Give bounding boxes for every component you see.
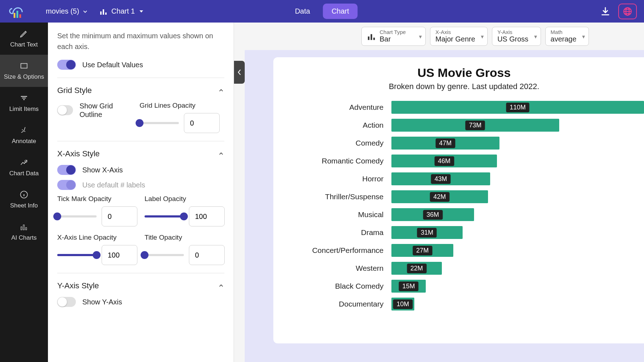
toggle-show-y-axis[interactable]	[57, 297, 76, 307]
bar-row: Concert/Performance 27M	[284, 241, 644, 259]
toggle-use-default-labels[interactable]	[57, 180, 76, 190]
caret-down-icon: ▾	[534, 33, 537, 40]
bar-track: 42M	[391, 190, 644, 203]
bar-row: Horror 43M	[284, 170, 644, 188]
top-bar: movies (5) Chart 1 Data Chart	[0, 0, 644, 23]
chart-config-row: Chart Type Bar ▾ X-Axis Major Genre ▾ Y-…	[361, 27, 589, 46]
cfg-y-axis[interactable]: Y-Axis US Gross ▾	[492, 27, 541, 46]
panel-collapse-handle[interactable]	[234, 61, 245, 84]
chart-card: US Movie Gross Broken down by genre. Las…	[273, 57, 644, 343]
bar-chart-icon	[99, 7, 108, 16]
nav-label: Sheet Info	[10, 202, 38, 209]
toggle-show-grid-outline[interactable]	[57, 105, 73, 115]
input-tick-mark-opacity[interactable]	[102, 206, 137, 226]
bar-category: Adventure	[284, 103, 391, 112]
bar-fill[interactable]: 31M	[391, 226, 463, 239]
input-title-opacity[interactable]	[189, 245, 225, 265]
row-use-default-labels: Use default # labels	[57, 180, 224, 190]
input-label-opacity[interactable]	[189, 206, 225, 226]
bar-fill[interactable]: 42M	[391, 190, 488, 203]
bar-fill[interactable]: 10M	[391, 298, 414, 310]
chevron-down-icon	[82, 8, 88, 15]
section-head-grid[interactable]: Grid Style	[57, 86, 224, 95]
input-x-line-opacity[interactable]	[102, 245, 137, 265]
sparkle-icon	[19, 126, 29, 135]
svg-rect-16	[373, 38, 375, 40]
bar-value-label: 36M	[423, 210, 443, 220]
tab-data[interactable]: Data	[286, 4, 318, 19]
sub-label: Label Opacity	[145, 195, 225, 203]
dataset-selector[interactable]: movies (5)	[46, 7, 88, 15]
tab-chart[interactable]: Chart	[323, 4, 358, 19]
slider-x-line-opacity[interactable]	[57, 254, 97, 256]
nav-size-options[interactable]: Size & Options	[0, 55, 48, 87]
bar-category: Thriller/Suspense	[284, 192, 391, 201]
bar-row: Western 22M	[284, 259, 644, 277]
toggle-use-default-values[interactable]	[57, 60, 76, 70]
toggle-label: Show X-Axis	[82, 166, 123, 174]
nav-chart-text[interactable]: Chart Text	[0, 23, 48, 55]
bar-fill[interactable]: 110M	[391, 101, 644, 114]
panel-description: Set the minimum and maximum values shown…	[57, 30, 224, 52]
toggle-show-x-axis[interactable]	[57, 165, 76, 175]
chevron-up-icon	[218, 87, 224, 94]
bar-track: 47M	[391, 137, 644, 150]
mode-tabs: Data Chart	[286, 4, 357, 19]
slider-title-opacity[interactable]	[145, 254, 184, 256]
nav-ai-charts[interactable]: AI Charts	[0, 216, 48, 248]
bar-fill[interactable]: 46M	[391, 155, 497, 167]
cfg-math[interactable]: Math average ▾	[545, 27, 589, 46]
bar-fill[interactable]: 47M	[391, 137, 499, 150]
caret-down-icon: ▾	[582, 33, 585, 40]
nav-limit-items[interactable]: Limit Items	[0, 87, 48, 119]
section-head-x[interactable]: X-Axis Style	[57, 149, 224, 158]
bar-row: Comedy 47M	[284, 134, 644, 152]
bar-category: Documentary	[284, 300, 391, 308]
chevron-up-icon	[218, 283, 224, 289]
row-use-default-values: Use Default Values	[57, 60, 224, 70]
nav-sheet-info[interactable]: Sheet Info	[0, 184, 48, 216]
section-title: Grid Style	[57, 86, 92, 95]
bar-value-label: 10M	[393, 299, 413, 309]
trend-icon	[19, 158, 29, 167]
bar-row: Black Comedy 15M	[284, 277, 644, 295]
info-icon	[19, 190, 29, 199]
slider-grid-lines-opacity[interactable]	[140, 122, 179, 124]
svg-rect-13	[25, 228, 26, 230]
bar-chart-icon	[367, 32, 376, 41]
aspect-icon	[19, 61, 29, 70]
row-show-y-axis: Show Y-Axis	[57, 297, 224, 307]
bar-value-label: 27M	[413, 246, 432, 255]
cfg-label: Y-Axis	[497, 29, 528, 35]
section-head-y[interactable]: Y-Axis Style	[57, 281, 224, 290]
cfg-label: Math	[551, 29, 576, 35]
toggle-label: Use default # labels	[82, 181, 145, 189]
title-opacity-group: Title Opacity	[145, 234, 225, 265]
ai-chart-icon	[19, 222, 29, 231]
cfg-chart-type[interactable]: Chart Type Bar ▾	[361, 27, 426, 46]
bar-fill[interactable]: 22M	[391, 262, 442, 275]
nav-chart-data[interactable]: Chart Data	[0, 151, 48, 184]
section-grid-style: Grid Style Show Grid Outline Grid Lines …	[57, 78, 224, 133]
svg-rect-2	[19, 14, 21, 18]
svg-rect-0	[14, 13, 15, 18]
sub-label: Tick Mark Opacity	[57, 195, 137, 203]
nav-annotate[interactable]: Annotate	[0, 119, 48, 151]
bar-fill[interactable]: 73M	[391, 119, 559, 132]
bar-fill[interactable]: 27M	[391, 244, 453, 257]
slider-tick-mark-opacity[interactable]	[57, 215, 97, 217]
bar-fill[interactable]: 15M	[391, 280, 426, 293]
svg-rect-15	[371, 34, 372, 40]
nav-label: Annotate	[12, 138, 36, 145]
chart-selector[interactable]: Chart 1	[99, 7, 144, 16]
dataset-label: movies (5)	[46, 7, 79, 15]
input-grid-lines-opacity[interactable]	[184, 113, 220, 133]
bar-fill[interactable]: 43M	[391, 172, 490, 185]
slider-label-opacity[interactable]	[145, 215, 184, 217]
bar-fill[interactable]: 36M	[391, 208, 474, 221]
bar-track: 43M	[391, 172, 644, 185]
share-globe-button[interactable]	[618, 4, 637, 19]
bar-category: Concert/Performance	[284, 246, 391, 255]
download-icon[interactable]	[600, 6, 610, 16]
cfg-x-axis[interactable]: X-Axis Major Genre ▾	[430, 27, 488, 46]
